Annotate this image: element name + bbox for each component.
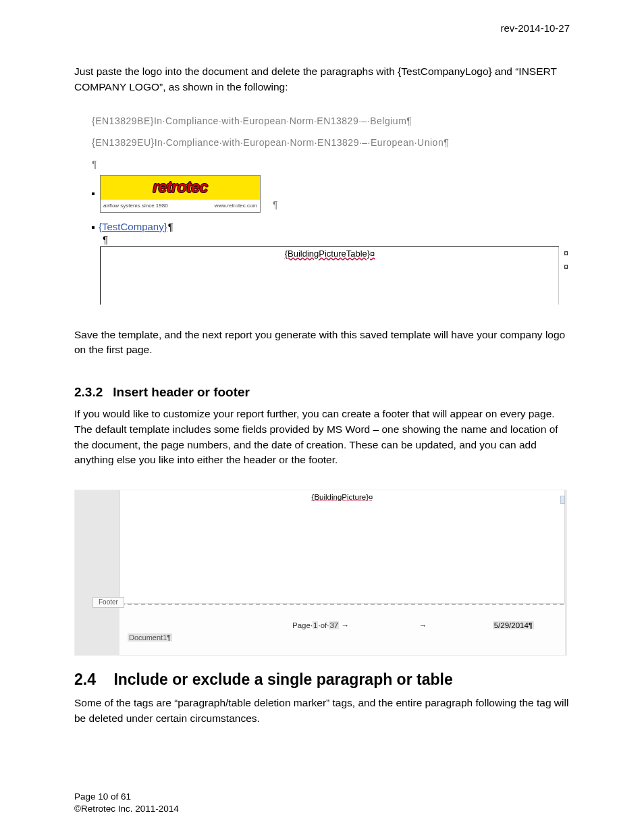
heading-2-4: 2.4 Include or exclude a single paragrap…	[74, 671, 570, 689]
document-page: rev-2014-10-27 Just paste the logo into …	[0, 0, 644, 834]
logo-tagline-bar: airflow systems since 1980 www.retrotec.…	[101, 200, 260, 212]
pilcrow-mark: ¶	[92, 159, 564, 170]
figure-word-template: {EN13829BE}In·Compliance·with·European·N…	[92, 115, 564, 305]
company-logo: retrotec airflow systems since 1980 www.…	[100, 175, 261, 213]
logo-brand-text: retrotec	[153, 178, 208, 197]
heading-number: 2.4	[74, 671, 109, 689]
list-bullet-icon	[92, 226, 95, 229]
list-bullet-icon	[92, 192, 95, 195]
page-footer: Page 10 of 61 ©Retrotec Inc. 2011-2014	[74, 791, 179, 815]
buildingpicture-tag: {BuildingPicture}¤	[312, 493, 373, 501]
intro-paragraph: Just paste the logo into the document an…	[74, 64, 570, 95]
logo-banner: retrotec	[101, 176, 260, 200]
template-table-frame: {BuildingPictureTable}¤ ¤ ¤	[100, 246, 559, 305]
pilcrow-mark: ¶	[168, 221, 173, 232]
template-line-en13829be: {EN13829BE}In·Compliance·with·European·N…	[92, 115, 564, 126]
copyright: ©Retrotec Inc. 2011-2014	[74, 803, 179, 815]
revision-header: rev-2014-10-27	[500, 22, 570, 34]
footer-document-field: Document1¶	[128, 633, 172, 642]
word-left-gutter	[75, 490, 119, 656]
cell-mark-icon: ¤	[564, 249, 568, 258]
logo-tagline-left: airflow systems since 1980	[103, 203, 168, 209]
section-2-3-2-body: If you would like to customize your repo…	[74, 407, 570, 468]
logo-row: retrotec airflow systems since 1980 www.…	[92, 175, 564, 213]
word-right-gutter	[565, 490, 566, 656]
cell-mark-icon: ¤	[564, 262, 568, 271]
footer-date-field: 5/29/2014¶	[493, 621, 534, 629]
section-2-4-body: Some of the tags are “paragraph/table de…	[74, 696, 570, 727]
footer-tab-label: Footer	[92, 597, 124, 608]
pilcrow-mark: ¶	[103, 234, 564, 245]
template-line-en13829eu: {EN13829EU}In·Compliance·with·European·N…	[92, 137, 564, 148]
heading-title: Insert header or footer	[113, 385, 250, 399]
heading-2-3-2: 2.3.2 Insert header or footer	[74, 385, 570, 400]
tab-arrow-icon: →	[419, 621, 427, 629]
testcompany-tag: {TestCompany}	[99, 221, 167, 232]
word-document-area: {BuildingPicture}¤	[119, 490, 565, 604]
pilcrow-mark: ¶	[273, 199, 278, 210]
footer-page-field: Page·1·of·37 →	[292, 621, 349, 629]
heading-number: 2.3.2	[74, 385, 109, 400]
scrollbar-thumb-icon	[560, 496, 565, 504]
testcompany-row: {TestCompany} ¶	[92, 221, 564, 232]
save-template-paragraph: Save the template, and the next report y…	[74, 328, 570, 359]
heading-title: Include or exclude a single paragraph or…	[113, 671, 452, 688]
page-number: Page 10 of 61	[74, 791, 179, 803]
buildingpicturetable-tag: {BuildingPictureTable}¤	[285, 249, 375, 259]
logo-tagline-right: www.retrotec.com	[214, 203, 257, 209]
figure-word-footer: {BuildingPicture}¤ Footer Document1¶ Pag…	[74, 490, 567, 656]
footer-boundary-line	[121, 604, 564, 605]
page-body: Just paste the logo into the document an…	[74, 0, 570, 727]
